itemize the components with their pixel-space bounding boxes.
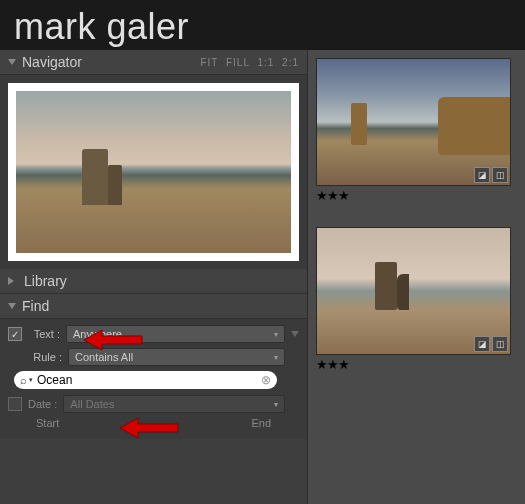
submenu-triangle-icon[interactable]	[291, 331, 299, 337]
rating-stars[interactable]: ★★★	[316, 355, 511, 374]
left-panel: Navigator FIT FILL 1:1 2:1 Library Find …	[0, 50, 308, 504]
navigator-preview[interactable]	[0, 75, 307, 269]
text-checkbox[interactable]: ✓	[8, 327, 22, 341]
thumbnail[interactable]: ◪ ◫ ★★★	[316, 58, 511, 205]
search-menu-icon[interactable]: ▾	[29, 376, 33, 384]
disclosure-triangle-icon	[8, 303, 16, 309]
grid-view: ◪ ◫ ★★★ ◪ ◫ ★★★	[308, 50, 525, 504]
rating-stars[interactable]: ★★★	[316, 186, 511, 205]
start-label: Start	[36, 417, 59, 429]
date-select[interactable]: All Dates▾	[63, 395, 285, 413]
text-scope-select[interactable]: Anywhere▾	[66, 325, 285, 343]
date-checkbox[interactable]	[8, 397, 22, 411]
find-title: Find	[22, 298, 49, 314]
chevron-updown-icon: ▾	[274, 330, 278, 339]
disclosure-triangle-icon	[8, 277, 18, 285]
crop-badge-icon[interactable]: ◪	[474, 167, 490, 183]
clear-icon[interactable]: ⊗	[261, 373, 271, 387]
chevron-updown-icon: ▾	[274, 400, 278, 409]
branding-text: mark galer	[0, 0, 525, 50]
navigator-header[interactable]: Navigator FIT FILL 1:1 2:1	[0, 50, 307, 75]
adjust-badge-icon[interactable]: ◫	[492, 167, 508, 183]
search-input[interactable]	[37, 373, 261, 387]
chevron-updown-icon: ▾	[274, 353, 278, 362]
search-icon[interactable]: ⌕	[20, 374, 27, 386]
date-label: Date :	[28, 398, 57, 410]
search-field-wrap: ⌕ ▾ ⊗	[14, 371, 277, 389]
thumbnail[interactable]: ◪ ◫ ★★★	[316, 227, 511, 374]
zoom-fill[interactable]: FILL	[226, 57, 250, 68]
crop-badge-icon[interactable]: ◪	[474, 336, 490, 352]
zoom-controls: FIT FILL 1:1 2:1	[196, 57, 299, 68]
rule-select[interactable]: Contains All▾	[68, 348, 285, 366]
end-label: End	[251, 417, 271, 429]
disclosure-triangle-icon	[8, 59, 16, 65]
rule-label: Rule :	[8, 351, 68, 363]
navigator-title: Navigator	[22, 54, 82, 70]
find-header[interactable]: Find	[0, 294, 307, 319]
zoom-2-1[interactable]: 2:1	[282, 57, 299, 68]
adjust-badge-icon[interactable]: ◫	[492, 336, 508, 352]
library-header[interactable]: Library	[0, 269, 307, 294]
zoom-1-1[interactable]: 1:1	[257, 57, 274, 68]
zoom-fit[interactable]: FIT	[200, 57, 218, 68]
find-panel: ✓ Text : Anywhere▾ Rule : Contains All▾ …	[0, 319, 307, 439]
text-label: Text :	[26, 328, 66, 340]
library-title: Library	[24, 273, 67, 289]
